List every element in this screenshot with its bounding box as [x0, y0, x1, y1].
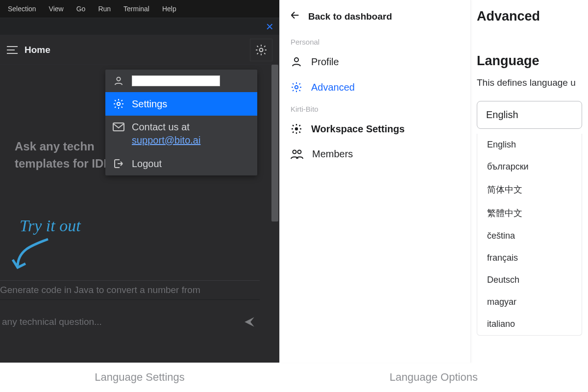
language-option[interactable]: čeština [477, 225, 582, 247]
settings-main: Advanced Language This defines language … [471, 0, 588, 363]
prompt-hint: Ask any techn templates for IDE [15, 138, 113, 172]
logout-icon [112, 158, 125, 170]
gear-icon [112, 98, 125, 110]
sidebar-item-members[interactable]: Members [280, 142, 470, 167]
mail-icon [112, 122, 125, 132]
svg-rect-3 [113, 123, 124, 131]
language-options-list: English български 简体中文 繁體中文 čeština fran… [477, 134, 582, 336]
menu-selection[interactable]: Selection [2, 3, 42, 15]
sidebar-item-advanced[interactable]: Advanced [280, 74, 470, 100]
svg-point-8 [298, 150, 301, 153]
svg-point-2 [117, 102, 120, 105]
chat-input[interactable] [2, 317, 243, 327]
menu-go[interactable]: Go [71, 3, 92, 15]
dropdown-logout-label: Logout [132, 158, 162, 170]
menu-help[interactable]: Help [156, 3, 182, 15]
chat-input-row [0, 305, 260, 339]
editor-tabrow: × [0, 18, 279, 35]
panel-title: Home [24, 45, 50, 55]
example-prompt[interactable]: Generate code in Java to convert a numbe… [0, 280, 260, 300]
contact-prefix: Contact us at [132, 122, 190, 133]
sidebar-item-label: Profile [311, 56, 339, 68]
dropdown-settings-label: Settings [132, 98, 167, 110]
account-dropdown: Settings Contact us at support@bito.ai [105, 70, 257, 175]
svg-point-0 [260, 48, 263, 51]
svg-point-4 [294, 58, 298, 62]
menu-terminal[interactable]: Terminal [118, 3, 155, 15]
sidebar-item-workspace-settings[interactable]: Workspace Settings [280, 116, 470, 142]
figure-captions: Language Settings Language Options [0, 363, 588, 392]
page-title: Advanced [477, 9, 588, 24]
user-field [132, 75, 220, 86]
back-to-dashboard[interactable]: Back to dashboard [280, 6, 470, 33]
close-icon[interactable]: × [263, 19, 276, 34]
sidebar-item-label: Members [312, 148, 353, 160]
language-option[interactable]: 繁體中文 [477, 201, 582, 225]
sidebar-section-personal: Personal [280, 33, 470, 49]
back-label: Back to dashboard [308, 11, 392, 22]
menu-run[interactable]: Run [92, 3, 117, 15]
language-option[interactable]: Deutsch [477, 269, 582, 291]
arrow-icon [9, 235, 53, 274]
extension-titlebar: Home [0, 35, 279, 65]
sidebar-item-profile[interactable]: Profile [280, 49, 470, 74]
svg-point-6 [295, 127, 298, 130]
caption-right: Language Options [279, 371, 588, 384]
vscode-panel: Selection View Go Run Terminal Help × Ho… [0, 0, 279, 363]
try-it-label: Try it out [20, 217, 81, 235]
svg-point-1 [117, 77, 120, 81]
contact-email-link[interactable]: support@bito.ai [132, 135, 200, 146]
settings-sidebar: Back to dashboard Personal Profile Advan… [280, 0, 471, 363]
settings-page: Back to dashboard Personal Profile Advan… [279, 0, 588, 363]
person-icon [112, 75, 125, 86]
language-option[interactable]: English [477, 134, 582, 156]
hamburger-icon[interactable] [7, 46, 18, 54]
caption-left: Language Settings [0, 371, 279, 384]
sidebar-item-label: Workspace Settings [311, 123, 405, 135]
settings-gear-button[interactable] [250, 39, 272, 61]
language-option[interactable]: français [477, 247, 582, 269]
send-icon[interactable] [243, 316, 256, 328]
svg-point-7 [293, 150, 296, 153]
language-heading: Language [477, 53, 588, 69]
dropdown-user-row [105, 70, 257, 92]
arrow-left-icon [290, 10, 300, 23]
language-select[interactable]: English [477, 101, 582, 129]
language-description: This defines language u [477, 77, 588, 88]
scrollbar[interactable] [271, 65, 278, 221]
ide-menubar: Selection View Go Run Terminal Help [0, 0, 279, 18]
language-option[interactable]: italiano [477, 313, 582, 335]
extension-body: Ask any techn templates for IDE Try it o… [0, 65, 279, 363]
language-option[interactable]: 简体中文 [477, 178, 582, 201]
dropdown-logout[interactable]: Logout [105, 152, 257, 175]
dropdown-settings[interactable]: Settings [105, 92, 257, 116]
menu-view[interactable]: View [43, 3, 70, 15]
dropdown-contact[interactable]: Contact us at support@bito.ai [105, 116, 257, 152]
sidebar-section-workspace: Kirti-Bito [280, 100, 470, 116]
language-option[interactable]: български [477, 156, 582, 178]
sidebar-item-label: Advanced [311, 82, 355, 93]
language-option[interactable]: magyar [477, 291, 582, 313]
svg-point-5 [295, 86, 298, 89]
